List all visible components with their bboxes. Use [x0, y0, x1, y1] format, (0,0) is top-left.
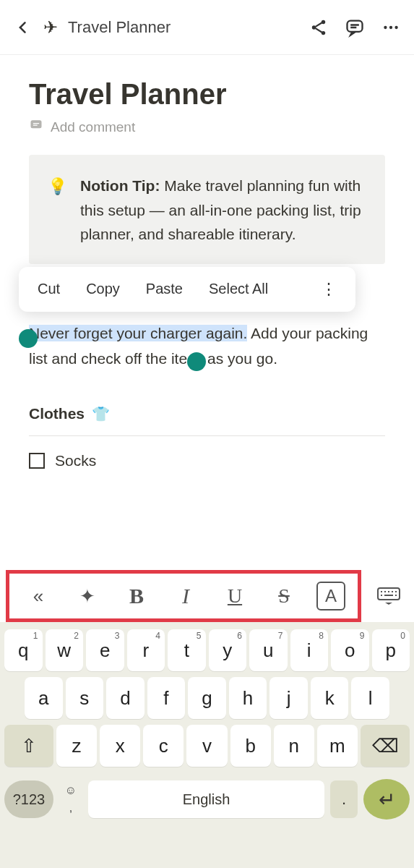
body-paragraph[interactable]: Never forget your charger again. Add you… — [29, 320, 385, 372]
key-i[interactable]: i8 — [290, 629, 329, 671]
svg-point-5 — [389, 25, 392, 28]
back-icon[interactable] — [13, 17, 33, 38]
add-comment-button[interactable]: Add comment — [29, 118, 385, 136]
more-icon[interactable] — [381, 17, 401, 38]
key-row-3: ⇧ zxcvbnm ⌫ — [4, 725, 410, 767]
space-key[interactable]: English — [88, 780, 324, 818]
svg-rect-3 — [348, 20, 363, 31]
strike-button[interactable]: S — [267, 584, 301, 608]
key-z[interactable]: z — [56, 725, 97, 767]
key-m[interactable]: m — [317, 725, 358, 767]
soft-keyboard: q1w2e3r4t5y6u7i8o9p0 asdfghjkl ⇧ zxcvbnm… — [0, 622, 414, 868]
selection-start-handle[interactable] — [19, 329, 38, 348]
ctx-more-icon[interactable]: ⋮ — [321, 280, 337, 299]
key-g[interactable]: g — [188, 677, 226, 719]
app-header: ✈ Travel Planner — [0, 0, 414, 55]
add-comment-label: Add comment — [51, 119, 135, 135]
comment-icon — [29, 118, 43, 136]
selected-text: Never forget your charger again. — [29, 325, 247, 341]
key-j[interactable]: j — [269, 677, 308, 719]
collapse-icon[interactable]: « — [22, 585, 55, 608]
key-q[interactable]: q1 — [4, 629, 43, 671]
key-y[interactable]: y6 — [209, 629, 247, 671]
key-row-1: q1w2e3r4t5y6u7i8o9p0 — [4, 629, 410, 671]
bulb-icon: 💡 — [48, 174, 67, 247]
callout-text: Notion Tip: Make travel planning fun wit… — [80, 174, 366, 247]
checkbox-icon[interactable] — [29, 453, 45, 469]
key-u[interactable]: u7 — [249, 629, 288, 671]
page-body: Travel Planner Add comment 💡 Notion Tip:… — [0, 55, 414, 469]
key-e[interactable]: e3 — [86, 629, 124, 671]
key-b[interactable]: b — [230, 725, 271, 767]
subheading-label: Clothes — [29, 405, 85, 422]
comments-icon[interactable] — [345, 17, 365, 38]
italic-button[interactable]: I — [169, 584, 202, 608]
key-d[interactable]: d — [106, 677, 145, 719]
key-h[interactable]: h — [229, 677, 267, 719]
period-key[interactable]: . — [330, 780, 358, 818]
key-s[interactable]: s — [66, 677, 104, 719]
svg-rect-7 — [31, 120, 42, 128]
key-t[interactable]: t5 — [168, 629, 206, 671]
emoji-key[interactable]: ☺, — [59, 784, 82, 814]
ai-sparkle-icon[interactable]: ✦ — [71, 585, 104, 608]
copy-button[interactable]: Copy — [86, 281, 120, 297]
page-title[interactable]: Travel Planner — [29, 78, 385, 111]
key-row-4: ?123 ☺, English . ↵ — [4, 775, 410, 823]
svg-point-4 — [384, 25, 387, 28]
key-p[interactable]: p0 — [372, 629, 410, 671]
svg-rect-8 — [378, 588, 400, 600]
key-f[interactable]: f — [147, 677, 186, 719]
textstyle-button[interactable]: A — [316, 582, 345, 610]
format-toolbar: « ✦ B I U S A — [6, 570, 361, 622]
backspace-key[interactable]: ⌫ — [361, 725, 410, 767]
svg-point-6 — [394, 25, 397, 28]
share-icon[interactable] — [309, 17, 329, 38]
shirt-icon: 👕 — [92, 405, 110, 422]
key-r[interactable]: r4 — [127, 629, 165, 671]
key-row-2: asdfghjkl — [4, 677, 410, 719]
header-title: Travel Planner — [68, 18, 298, 37]
enter-key[interactable]: ↵ — [363, 779, 410, 820]
key-w[interactable]: w2 — [46, 629, 84, 671]
shift-key[interactable]: ⇧ — [4, 725, 53, 767]
todo-item[interactable]: Socks — [29, 452, 385, 469]
cut-button[interactable]: Cut — [38, 281, 60, 297]
paste-button[interactable]: Paste — [146, 281, 183, 297]
key-v[interactable]: v — [186, 725, 227, 767]
format-toolbar-wrap: « ✦ B I U S A — [0, 570, 414, 622]
context-menu: Cut Copy Paste Select All ⋮ — [19, 267, 355, 312]
plane-icon: ✈ — [43, 17, 58, 38]
keyboard-toggle-icon[interactable] — [368, 587, 409, 605]
tip-callout[interactable]: 💡 Notion Tip: Make travel planning fun w… — [29, 155, 385, 264]
key-x[interactable]: x — [100, 725, 140, 767]
numeric-toggle-key[interactable]: ?123 — [4, 780, 53, 818]
key-l[interactable]: l — [351, 677, 389, 719]
selection-end-handle[interactable] — [187, 352, 206, 371]
key-c[interactable]: c — [143, 725, 184, 767]
select-all-button[interactable]: Select All — [209, 281, 268, 297]
subheading-clothes[interactable]: Clothes 👕 — [29, 405, 385, 436]
key-n[interactable]: n — [274, 725, 314, 767]
todo-label: Socks — [55, 452, 96, 469]
key-a[interactable]: a — [25, 677, 63, 719]
bold-button[interactable]: B — [120, 584, 153, 608]
key-o[interactable]: o9 — [331, 629, 369, 671]
key-k[interactable]: k — [311, 677, 349, 719]
underline-button[interactable]: U — [218, 584, 251, 608]
